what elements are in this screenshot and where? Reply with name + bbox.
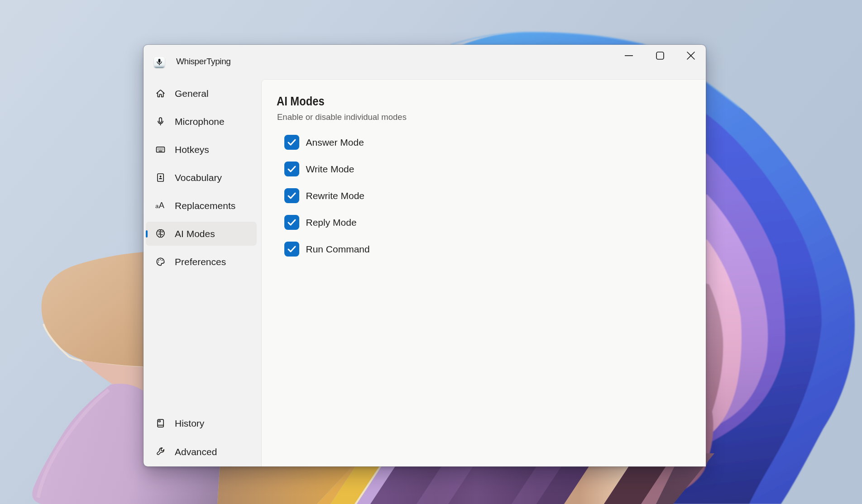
svg-text:A: A [158, 200, 164, 210]
svg-text:a: a [155, 203, 159, 209]
